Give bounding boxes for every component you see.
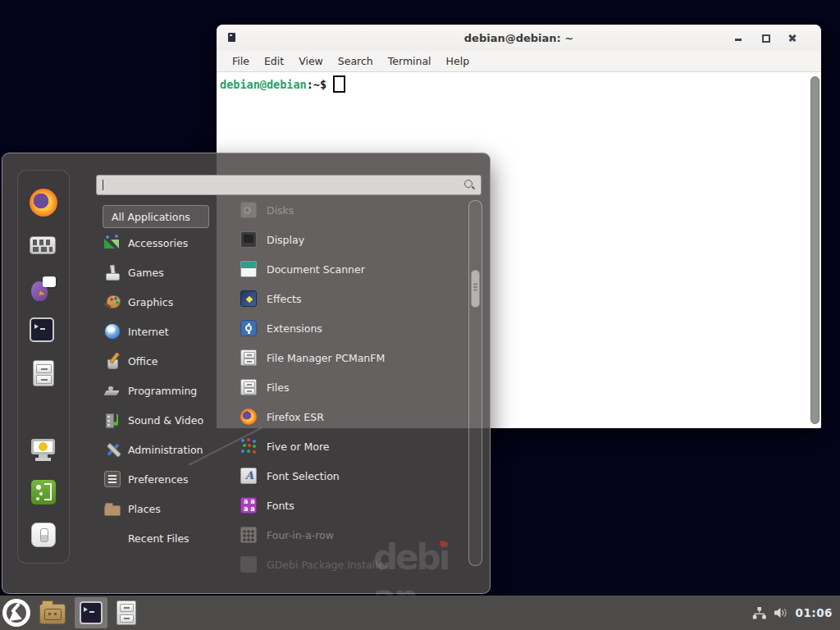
effects-icon: [240, 290, 257, 307]
terminal-scrollbar[interactable]: [810, 76, 819, 424]
app-four-in-a-row[interactable]: Four-in-a-row: [235, 520, 467, 550]
category-places[interactable]: Places: [103, 494, 232, 523]
font-selection-icon: [240, 468, 257, 484]
app-five-or-more[interactable]: Five or More: [235, 431, 467, 461]
category-internet[interactable]: Internet: [103, 317, 232, 346]
menu-edit[interactable]: Edit: [257, 51, 291, 71]
taskbar: 01:06: [0, 596, 840, 630]
log-out-icon: [31, 480, 56, 504]
menu-button[interactable]: [2, 599, 30, 627]
terminal-scrollbar-thumb[interactable]: [810, 76, 819, 424]
menu-view[interactable]: View: [291, 51, 331, 71]
files-launcher[interactable]: [116, 600, 136, 625]
favorite-software-button[interactable]: [30, 231, 57, 259]
four-in-a-row-icon: [240, 527, 257, 543]
preferences-icon: [104, 471, 121, 487]
app-gdebi-package-installer[interactable]: GDebi Package Installer: [235, 550, 467, 579]
file-cabinet-icon: [33, 360, 54, 386]
programming-icon: [104, 382, 121, 399]
app-display[interactable]: Display: [235, 225, 467, 254]
terminal-window-button[interactable]: [75, 597, 107, 628]
category-list: Accessories Games Graphics Internet Offi…: [103, 228, 232, 553]
favorite-files-button[interactable]: [30, 360, 57, 388]
lock-screen-button[interactable]: [30, 436, 57, 463]
pidgin-icon: [30, 275, 57, 303]
favorite-firefox-button[interactable]: [30, 189, 57, 217]
all-applications-label: All Applications: [112, 211, 190, 223]
prompt-path: :~$: [307, 78, 326, 91]
file-cabinet-icon: [240, 349, 257, 366]
file-manager-launcher[interactable]: [39, 604, 66, 624]
taskbar-launchers: [0, 597, 136, 628]
terminal-menubar: File Edit View Search Terminal Help: [217, 51, 821, 72]
terminal-titlebar[interactable]: debian@debian: ~: [217, 25, 821, 51]
firefox-icon: [240, 409, 257, 425]
menu-file[interactable]: File: [225, 51, 257, 71]
category-recent-files[interactable]: Recent Files: [103, 523, 232, 553]
document-scanner-icon: [240, 261, 257, 277]
places-icon: [104, 505, 121, 516]
fonts-icon: [240, 497, 257, 514]
network-icon[interactable]: [752, 607, 766, 619]
app-effects[interactable]: Effects: [235, 284, 467, 313]
terminal-window-title: debian@debian: ~: [464, 32, 573, 44]
shut-down-button[interactable]: [30, 521, 57, 549]
volume-icon[interactable]: [774, 607, 788, 619]
category-graphics[interactable]: Graphics: [103, 287, 232, 317]
prompt-user-host: debian@debian: [220, 78, 307, 91]
application-menu: All Applications Accessories Games Graph…: [2, 153, 491, 594]
terminal-cursor: [333, 75, 345, 93]
shut-down-icon: [31, 523, 56, 547]
category-programming[interactable]: Programming: [103, 376, 232, 405]
file-cabinet-icon: [240, 379, 257, 395]
category-games[interactable]: Games: [103, 258, 232, 287]
category-all-applications[interactable]: All Applications: [103, 205, 209, 228]
games-icon: [104, 264, 121, 281]
menu-search[interactable]: Search: [331, 51, 381, 71]
sound-video-icon: [104, 412, 121, 428]
taskbar-tray: 01:06: [752, 606, 840, 619]
menu-help[interactable]: Help: [439, 51, 477, 71]
category-office[interactable]: Office: [103, 346, 232, 376]
app-disks[interactable]: Disks: [235, 195, 467, 225]
accessories-icon: [104, 235, 121, 251]
menu-terminal[interactable]: Terminal: [381, 51, 439, 71]
log-out-button[interactable]: [30, 478, 57, 506]
close-button[interactable]: [787, 32, 798, 43]
favorites-panel: [17, 170, 70, 564]
favorite-terminal-button[interactable]: [30, 317, 57, 345]
terminal-window-icon: [228, 33, 235, 42]
extensions-icon: [240, 320, 257, 336]
debian-swirl-icon: [11, 602, 21, 613]
office-icon: [104, 353, 121, 369]
category-preferences[interactable]: Preferences: [103, 464, 232, 494]
application-list: Disks Display Document Scanner Effects E…: [235, 195, 467, 579]
category-administration[interactable]: Administration: [103, 435, 232, 464]
clock[interactable]: 01:06: [796, 606, 833, 619]
menu-scrollbar[interactable]: [468, 200, 482, 566]
category-sound-video[interactable]: Sound & Video: [103, 405, 232, 435]
minimize-button[interactable]: [733, 32, 744, 43]
app-document-scanner[interactable]: Document Scanner: [235, 254, 467, 284]
search-icon: [464, 180, 475, 190]
favorite-pidgin-button[interactable]: [30, 275, 57, 303]
administration-icon: [104, 441, 121, 458]
app-file-manager-pcmanfm[interactable]: File Manager PCManFM: [235, 343, 467, 372]
app-firefox-esr[interactable]: Firefox ESR: [235, 402, 467, 431]
app-font-selection[interactable]: Font Selection: [235, 461, 467, 491]
app-extensions[interactable]: Extensions: [235, 313, 467, 343]
category-accessories[interactable]: Accessories: [103, 228, 232, 258]
terminal-icon: [80, 601, 103, 624]
firefox-icon: [30, 189, 57, 217]
menu-search-input[interactable]: [97, 176, 481, 194]
graphics-icon: [104, 294, 121, 310]
lock-screen-icon: [30, 436, 57, 463]
disks-icon: [240, 202, 257, 218]
internet-icon: [104, 323, 121, 340]
text-caret: [103, 180, 103, 190]
app-files[interactable]: Files: [235, 372, 467, 402]
menu-scrollbar-thumb[interactable]: [471, 270, 480, 308]
app-fonts[interactable]: Fonts: [235, 491, 467, 520]
maximize-button[interactable]: [760, 32, 771, 43]
desktop: debian@debian: ~ File Edit View Search T…: [0, 0, 840, 630]
